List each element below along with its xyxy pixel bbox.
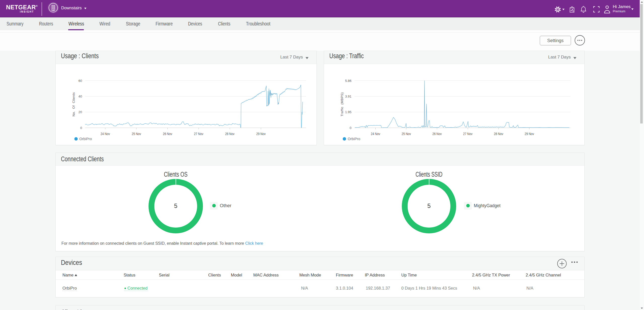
svg-text:Traffic (MBPS): Traffic (MBPS) — [340, 92, 344, 116]
svg-text:3.91: 3.91 — [345, 95, 351, 98]
svg-text:27 Nov: 27 Nov — [194, 132, 204, 136]
svg-text:29 Nov: 29 Nov — [256, 132, 266, 136]
svg-text:24 Nov: 24 Nov — [371, 132, 380, 136]
svg-text:0: 0 — [80, 126, 82, 130]
svg-text:26 Nov: 26 Nov — [163, 132, 172, 136]
svg-text:25 Nov: 25 Nov — [132, 132, 141, 136]
svg-text:29 Nov: 29 Nov — [525, 132, 534, 136]
svg-text:0: 0 — [350, 126, 351, 130]
svg-text:28 Nov: 28 Nov — [494, 132, 504, 136]
svg-text:5: 5 — [174, 203, 177, 209]
svg-text:5: 5 — [427, 203, 431, 209]
svg-text:28 Nov: 28 Nov — [225, 132, 235, 136]
svg-text:5.86: 5.86 — [345, 79, 351, 83]
svg-text:OrbiPro: OrbiPro — [348, 137, 360, 141]
svg-text:60: 60 — [79, 79, 82, 83]
svg-text:1.95: 1.95 — [345, 110, 351, 114]
svg-text:OrbiPro: OrbiPro — [79, 137, 92, 141]
svg-text:25 Nov: 25 Nov — [402, 132, 411, 136]
svg-text:26 Nov: 26 Nov — [432, 132, 442, 136]
svg-text:No. Of Clients: No. Of Clients — [72, 92, 76, 116]
svg-text:20: 20 — [79, 110, 82, 114]
svg-text:40: 40 — [79, 95, 82, 98]
svg-text:24 Nov: 24 Nov — [101, 132, 110, 136]
svg-text:27 Nov: 27 Nov — [463, 132, 473, 136]
